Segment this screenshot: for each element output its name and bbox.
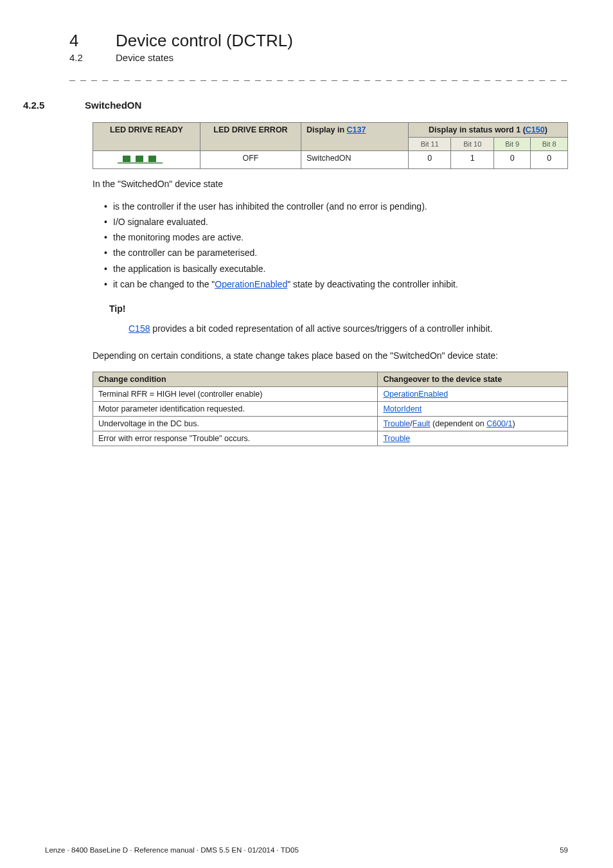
link-fault[interactable]: Fault [413,419,431,428]
th-display-pre: Display in [306,125,347,134]
table-cell: MotorIdent [378,401,568,416]
table-cell: Trouble [378,431,568,446]
table-cell: Error with error response "Trouble" occu… [93,431,378,446]
footer-left: Lenze · 8400 BaseLine D · Reference manu… [45,846,299,854]
th-bit10: Bit 10 [451,138,493,151]
th-status-word: Display in status word 1 (C150) [409,123,568,138]
link-operation-enabled[interactable]: OperationEnabled [215,279,287,289]
td-bit11: 0 [409,151,451,169]
link-c600-1[interactable]: C600/1 [486,419,512,428]
list-item: the application is basically executable. [104,262,568,275]
page-number: 59 [560,846,568,854]
led-indicator-icon [118,154,175,164]
list-item-post: " state by deactivating the controller i… [287,279,458,289]
tip-text: C158 provides a bit coded representation… [129,323,568,336]
list-item: the controller can be parameterised. [104,246,568,259]
table-cell: Terminal RFR = HIGH level (controller en… [93,386,378,401]
svg-rect-0 [123,156,130,162]
separator-line: _ _ _ _ _ _ _ _ _ _ _ _ _ _ _ _ _ _ _ _ … [69,72,568,83]
table-cell: OperationEnabled [378,386,568,401]
svg-rect-2 [148,156,156,162]
td-bit10: 1 [451,151,493,169]
td-bit9: 0 [493,151,530,169]
chapter-number: 4 [69,31,93,51]
th-status-post: ) [545,125,547,134]
section-title: Device states [116,52,173,63]
th-bit8: Bit 8 [531,138,568,151]
list-item: the monitoring modes are active. [104,231,568,244]
link-trouble-2[interactable]: Trouble [383,434,410,443]
change-condition-table: Change condition Changeover to the devic… [93,372,568,446]
table-cell: Motor parameter identification requested… [93,401,378,416]
list-item: is the controller if the user has inhibi… [104,200,568,213]
subsection-number: 4.2.5 [23,100,62,111]
status-table: LED DRIVE READY LED DRIVE ERROR Display … [93,122,568,169]
th-changeover: Changeover to the device state [378,372,568,386]
link-c158[interactable]: C158 [129,323,150,334]
th-led-error: LED DRIVE ERROR [200,123,301,151]
transition-paragraph: Depending on certain conditions, a state… [93,350,568,363]
chapter-title: Device control (DCTRL) [116,31,293,51]
th-status-pre: Display in status word 1 ( [429,125,526,134]
bullet-list: is the controller if the user has inhibi… [104,200,568,291]
td-bit8: 0 [531,151,568,169]
th-display-c137: Display in C137 [301,123,409,151]
td-led-error: OFF [200,151,301,169]
th-change-condition: Change condition [93,372,378,386]
tip-rest: provides a bit coded representation of a… [150,323,492,334]
link-operation-enabled-2[interactable]: OperationEnabled [383,390,448,399]
table-cell: Undervoltage in the DC bus. [93,416,378,431]
paren-close: ) [512,419,515,428]
paren-text: (dependent on [431,419,487,428]
intro-paragraph: In the "SwitchedOn" device state [93,178,568,191]
section-number: 4.2 [69,52,93,63]
table-cell: Trouble/Fault (dependent on C600/1) [378,416,568,431]
link-c137[interactable]: C137 [347,125,366,134]
td-led-ready [93,151,200,169]
link-trouble[interactable]: Trouble [383,419,410,428]
list-item: I/O signalare evaluated. [104,215,568,228]
link-motorident[interactable]: MotorIdent [383,404,422,413]
th-led-ready: LED DRIVE READY [93,123,200,151]
list-item: it can be changed to the "OperationEnabl… [104,278,568,291]
subsection-title: SwitchedON [85,100,141,111]
link-c150[interactable]: C150 [526,125,545,134]
th-bit9: Bit 9 [493,138,530,151]
td-display: SwitchedON [301,151,409,169]
th-bit11: Bit 11 [409,138,451,151]
svg-rect-1 [136,156,143,162]
tip-label: Tip! [109,300,125,314]
list-item-pre: it can be changed to the " [113,279,215,289]
